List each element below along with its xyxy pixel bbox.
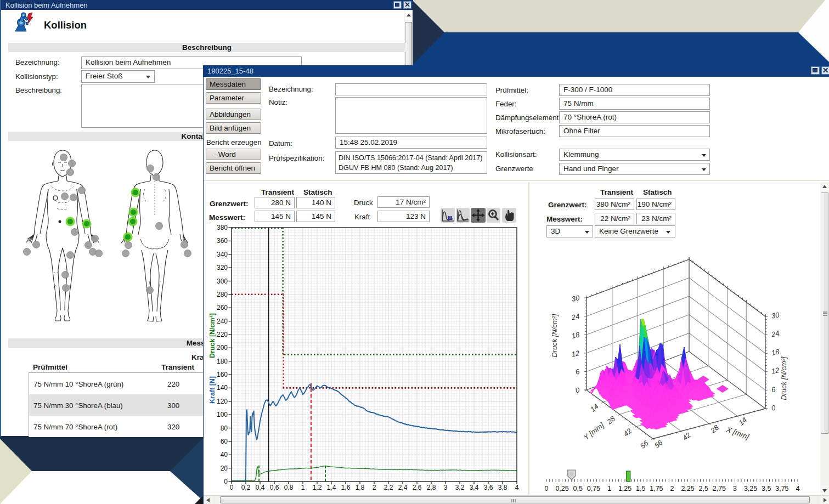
svg-text:300: 300 <box>217 278 228 285</box>
svg-text:220: 220 <box>217 331 228 338</box>
svg-text:2,2: 2,2 <box>384 484 393 491</box>
svg-text:56: 56 <box>653 438 664 450</box>
svg-text:1,6: 1,6 <box>341 484 351 491</box>
svg-text:2,8: 2,8 <box>427 484 436 491</box>
svg-text:140: 140 <box>217 384 228 392</box>
svg-text:1,8: 1,8 <box>356 484 365 491</box>
svg-text:340: 340 <box>217 251 228 258</box>
svg-text:3,4: 3,4 <box>470 484 479 491</box>
svg-text:3,75: 3,75 <box>775 485 788 492</box>
svg-text:14: 14 <box>589 402 600 414</box>
svg-text:30: 30 <box>571 293 580 303</box>
svg-text:0,6: 0,6 <box>270 484 279 491</box>
svg-text:3,5: 3,5 <box>762 485 771 492</box>
svg-text:0: 0 <box>545 485 549 492</box>
svg-text:Druck [N/cm²]: Druck [N/cm²] <box>550 314 559 358</box>
svg-text:2: 2 <box>373 484 376 491</box>
svg-text:1: 1 <box>301 484 305 491</box>
svg-text:0: 0 <box>574 386 580 394</box>
svg-text:3: 3 <box>444 484 448 491</box>
svg-text:3,6: 3,6 <box>484 484 493 491</box>
svg-text:2,75: 2,75 <box>713 485 726 492</box>
svg-text:0: 0 <box>224 478 228 485</box>
svg-text:2,25: 2,25 <box>681 485 694 492</box>
svg-text:0,8: 0,8 <box>284 484 294 491</box>
svg-text:Druck [N/cm²]: Druck [N/cm²] <box>208 313 216 358</box>
svg-text:Y [mm]: Y [mm] <box>582 421 606 442</box>
svg-text:6: 6 <box>771 385 777 394</box>
svg-text:18: 18 <box>771 347 781 357</box>
svg-text:0,75: 0,75 <box>587 485 600 492</box>
svg-text:30: 30 <box>771 310 781 320</box>
svg-text:0,2: 0,2 <box>241 484 251 491</box>
svg-text:0: 0 <box>771 404 777 412</box>
svg-text:2,6: 2,6 <box>413 484 422 491</box>
svg-text:20: 20 <box>221 465 228 472</box>
svg-text:Kraft [N]: Kraft [N] <box>208 376 216 404</box>
svg-text:1,5: 1,5 <box>636 485 645 492</box>
svg-text:2,5: 2,5 <box>699 485 708 492</box>
svg-text:Druck [N/cm³]: Druck [N/cm³] <box>780 356 788 400</box>
svg-text:X [mm]: X [mm] <box>725 425 751 441</box>
svg-text:80: 80 <box>221 424 228 432</box>
svg-text:1,75: 1,75 <box>650 485 663 492</box>
svg-text:360: 360 <box>217 237 228 245</box>
svg-text:0,4: 0,4 <box>256 484 265 491</box>
svg-text:2: 2 <box>670 485 674 492</box>
svg-text:12: 12 <box>571 349 580 359</box>
svg-text:42: 42 <box>681 431 692 442</box>
svg-text:18: 18 <box>571 330 580 340</box>
svg-text:320: 320 <box>217 264 228 271</box>
svg-text:1: 1 <box>607 485 611 492</box>
svg-text:240: 240 <box>217 318 228 325</box>
svg-text:28: 28 <box>605 414 617 426</box>
svg-text:2,4: 2,4 <box>398 484 408 491</box>
svg-text:1,4: 1,4 <box>327 484 336 491</box>
svg-text:1,2: 1,2 <box>313 484 322 491</box>
svg-text:60: 60 <box>221 438 228 445</box>
svg-text:0,25: 0,25 <box>555 485 568 492</box>
svg-text:260: 260 <box>217 304 228 312</box>
svg-text:14: 14 <box>737 416 749 427</box>
svg-text:1,25: 1,25 <box>618 485 631 492</box>
svg-text:0,5: 0,5 <box>573 485 583 492</box>
svg-text:160: 160 <box>217 371 228 378</box>
svg-text:4: 4 <box>515 484 519 491</box>
svg-text:4: 4 <box>796 485 800 492</box>
svg-text:3: 3 <box>733 485 737 492</box>
svg-text:200: 200 <box>217 344 228 352</box>
svg-text:120: 120 <box>217 398 228 405</box>
svg-text:3,25: 3,25 <box>744 485 757 492</box>
svg-text:3,8: 3,8 <box>498 484 507 491</box>
svg-text:56: 56 <box>639 439 650 450</box>
svg-text:24: 24 <box>570 312 580 322</box>
svg-text:24: 24 <box>770 329 780 339</box>
svg-text:180: 180 <box>217 358 228 365</box>
svg-text:0: 0 <box>230 484 234 491</box>
svg-text:380: 380 <box>217 224 228 231</box>
svg-text:6: 6 <box>574 367 580 376</box>
svg-text:12: 12 <box>771 366 781 376</box>
svg-text:3,2: 3,2 <box>455 484 465 491</box>
svg-text:100: 100 <box>217 411 228 418</box>
svg-text:40: 40 <box>221 451 228 458</box>
svg-text:42: 42 <box>622 426 634 438</box>
svg-text:280: 280 <box>217 291 228 298</box>
